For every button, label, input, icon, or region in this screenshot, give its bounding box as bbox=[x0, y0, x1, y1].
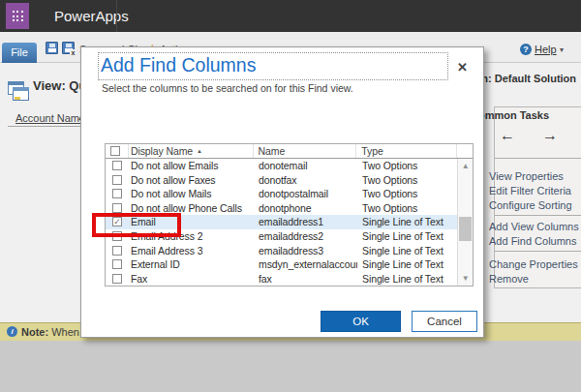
cell-type: Two Options bbox=[357, 160, 454, 171]
cell-display-name: Fax bbox=[129, 273, 254, 285]
cell-name: donotemail bbox=[254, 160, 357, 171]
row-checkbox-cell[interactable] bbox=[106, 246, 129, 256]
panel-divider bbox=[495, 215, 581, 216]
scrollbar-thumb[interactable] bbox=[459, 217, 472, 241]
dialog-subtitle: Select the columns to be searched on for… bbox=[102, 82, 353, 94]
cell-name: donotfax bbox=[254, 174, 357, 186]
checkbox-unchecked[interactable] bbox=[112, 274, 122, 284]
table-row[interactable]: Do not allow FaxesdonotfaxTwo Options bbox=[106, 173, 457, 188]
checkbox-unchecked[interactable] bbox=[112, 259, 122, 269]
table-row[interactable]: Do not allow MailsdonotpostalmailTwo Opt… bbox=[106, 187, 457, 201]
link-add-view-columns[interactable]: Add View Columns bbox=[489, 221, 579, 232]
row-checkbox-cell[interactable] bbox=[106, 161, 129, 170]
back-arrow-icon[interactable]: ← bbox=[500, 127, 515, 144]
scroll-down-icon[interactable]: ▼ bbox=[458, 274, 473, 283]
link-change-properties[interactable]: Change Properties bbox=[489, 258, 578, 270]
save-icon[interactable] bbox=[46, 42, 58, 54]
cell-type: Two Options bbox=[357, 188, 454, 199]
view-title: View: Qu bbox=[33, 78, 86, 93]
cell-display-name: Do not allow Emails bbox=[129, 160, 254, 171]
row-checkbox-cell[interactable] bbox=[106, 259, 129, 269]
table-row[interactable]: Do not allow EmailsdonotemailTwo Options bbox=[106, 159, 457, 173]
save-and-close-icon[interactable]: x bbox=[62, 42, 75, 54]
cell-name: donotphone bbox=[254, 202, 357, 214]
window-footer-area bbox=[0, 341, 581, 392]
help-chevron-down-icon: ▾ bbox=[560, 45, 564, 54]
cell-type: Single Line of Text bbox=[357, 258, 454, 270]
cell-type: Single Line of Text bbox=[357, 230, 454, 242]
row-checkbox-cell[interactable] bbox=[106, 203, 129, 213]
header-scrollbar-spacer bbox=[457, 144, 473, 158]
cell-name: emailaddress2 bbox=[254, 230, 357, 242]
cell-name: msdyn_externalaccountid bbox=[254, 258, 357, 270]
help-menu-button[interactable]: Help bbox=[535, 44, 557, 55]
checkbox-unchecked[interactable] bbox=[112, 161, 122, 170]
sort-asc-icon: ▲ bbox=[197, 148, 202, 154]
header-name[interactable]: Name bbox=[254, 144, 357, 158]
cell-name: emailaddress1 bbox=[254, 216, 357, 227]
link-add-find-columns[interactable]: Add Find Columns bbox=[489, 235, 577, 247]
cell-type: Two Options bbox=[357, 174, 454, 186]
file-tab-button[interactable]: File bbox=[2, 43, 37, 63]
panel-divider bbox=[495, 251, 581, 252]
view-icon bbox=[8, 81, 31, 103]
cell-type: Single Line of Text bbox=[357, 216, 454, 227]
app-launcher-button[interactable] bbox=[6, 3, 29, 29]
link-view-properties[interactable]: View Properties bbox=[489, 170, 564, 182]
checkbox-unchecked[interactable] bbox=[112, 246, 122, 256]
forward-arrow-icon[interactable]: → bbox=[542, 127, 558, 144]
grid-column-header-account-name[interactable]: Account Name bbox=[15, 112, 85, 124]
cell-name: emailaddress3 bbox=[254, 245, 357, 256]
panel-divider bbox=[495, 158, 581, 159]
checkbox-unchecked[interactable] bbox=[112, 203, 122, 213]
row-checkbox-cell[interactable] bbox=[106, 175, 129, 185]
dialog-title: Add Find Columns bbox=[101, 54, 256, 76]
table-row[interactable]: Email Address 3emailaddress3Single Line … bbox=[106, 243, 457, 257]
app-title: PowerApps bbox=[54, 0, 129, 32]
waffle-icon bbox=[13, 11, 23, 21]
row-checkbox-cell[interactable] bbox=[106, 274, 129, 284]
link-edit-filter-criteria[interactable]: Edit Filter Criteria bbox=[489, 185, 571, 196]
table-scrollbar[interactable]: ▲ ▼ bbox=[457, 159, 473, 286]
add-find-columns-dialog: Add Find Columns ✕ Select the columns to… bbox=[80, 46, 484, 338]
checkbox-unchecked[interactable] bbox=[112, 189, 122, 198]
help-icon: ? bbox=[520, 44, 532, 55]
cell-type: Two Options bbox=[357, 202, 454, 214]
info-icon: i bbox=[7, 326, 17, 337]
link-configure-sorting[interactable]: Configure Sorting bbox=[489, 199, 572, 211]
cell-type: Single Line of Text bbox=[357, 245, 454, 256]
cell-name: donotpostalmail bbox=[254, 188, 357, 199]
select-all-checkbox[interactable] bbox=[110, 146, 120, 156]
close-badge-icon: x bbox=[70, 49, 76, 56]
grid-header-underline bbox=[8, 126, 80, 127]
cell-display-name: Email Address 3 bbox=[129, 245, 254, 256]
close-icon[interactable]: ✕ bbox=[457, 60, 468, 75]
cell-type: Single Line of Text bbox=[357, 273, 454, 285]
header-display-name[interactable]: Display Name▲ bbox=[129, 144, 254, 158]
table-row[interactable]: External IDmsdyn_externalaccountidSingle… bbox=[106, 257, 457, 272]
row-checkbox-cell[interactable] bbox=[106, 189, 129, 198]
ok-button[interactable]: OK bbox=[321, 311, 401, 332]
topbar-divider bbox=[116, 0, 117, 32]
link-remove[interactable]: Remove bbox=[489, 273, 529, 285]
checkbox-unchecked[interactable] bbox=[112, 175, 122, 185]
header-checkbox-cell[interactable] bbox=[106, 144, 129, 158]
table-row[interactable]: FaxfaxSingle Line of Text bbox=[106, 271, 457, 286]
cancel-button[interactable]: Cancel bbox=[412, 311, 477, 332]
cell-name: fax bbox=[254, 273, 357, 285]
cell-display-name: External ID bbox=[129, 258, 254, 270]
top-app-bar: PowerApps bbox=[0, 0, 581, 32]
cell-display-name: Do not allow Mails bbox=[129, 188, 254, 199]
annotation-highlight-box bbox=[92, 213, 181, 237]
header-type[interactable]: Type bbox=[356, 144, 457, 158]
cell-display-name: Do not allow Faxes bbox=[129, 174, 254, 186]
scroll-up-icon[interactable]: ▲ bbox=[458, 162, 473, 170]
table-header-row: Display Name▲ Name Type bbox=[106, 144, 473, 159]
